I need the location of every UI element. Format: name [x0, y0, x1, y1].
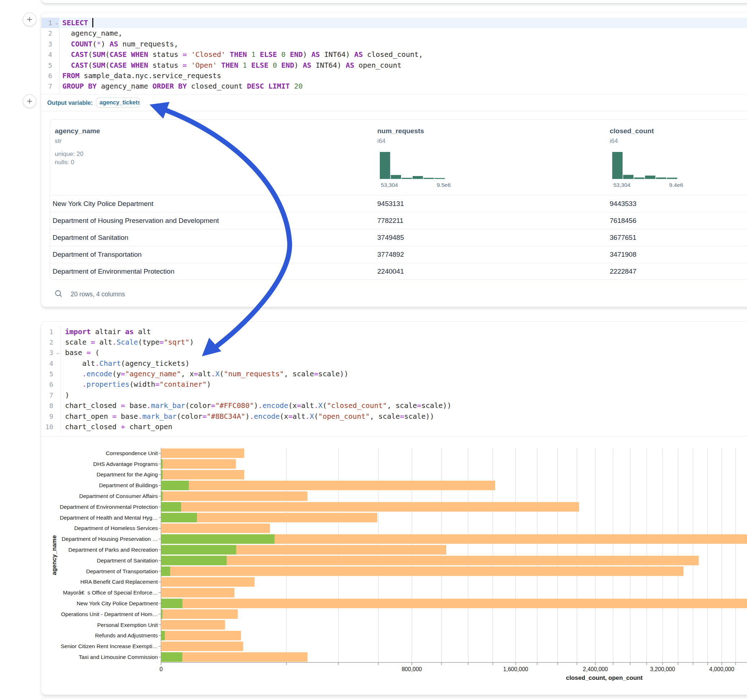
code-line[interactable]: 5 .encode(y="agency_name", x=alt.X("num_…: [41, 369, 747, 379]
plus-icon: [26, 16, 33, 23]
code-line[interactable]: 1import altair as alt: [41, 327, 747, 337]
sql-editor[interactable]: 1⌄SELECT 2 agency_name,3 COUNT(*) AS num…: [41, 18, 747, 93]
result-table: agency_namestrunique: 20nulls: 0num_requ…: [50, 119, 747, 280]
y-axis-label: Department of Consumer Affairs: [79, 493, 158, 499]
bar-open_count: [161, 609, 163, 619]
python-editor[interactable]: 1import altair as alt2scale = alt.Scale(…: [41, 327, 747, 433]
line-number: 9: [41, 411, 53, 422]
output-variable-row: Output variable: agency_tickets: [41, 94, 747, 111]
table-row[interactable]: New York City Police Department945313194…: [50, 195, 747, 212]
bar-closed_count: [161, 588, 234, 597]
code-line[interactable]: 8chart_closed = base.mark_bar(color="#FF…: [41, 400, 747, 411]
y-axis-label: Department of Environmental Protection: [60, 504, 158, 510]
bar-open_count: [161, 470, 163, 479]
table-cell: 2222847: [610, 263, 637, 280]
x-axis-label: 2,400,000: [583, 666, 608, 672]
table-cell: Department of Sanitation: [53, 229, 128, 246]
code-line[interactable]: 3⌄base = (: [41, 347, 747, 358]
y-axis-label: HRA Benefit Card Replacement: [80, 579, 158, 585]
bar-closed_count: [161, 556, 699, 565]
line-number: 4: [41, 49, 52, 60]
code-line[interactable]: 9chart_open = base.mark_bar(color="#8BC3…: [41, 411, 747, 422]
y-axis-label: Operations Unit - Department of Hom…: [61, 611, 158, 617]
code-line[interactable]: 2 agency_name,: [41, 28, 747, 39]
column-header-name[interactable]: agency_name: [55, 127, 100, 135]
x-axis-label: 3,200,000: [650, 666, 675, 672]
bar-open_count: [161, 459, 163, 468]
sql-cell-card: 1⌄SELECT 2 agency_name,3 COUNT(*) AS num…: [41, 12, 747, 307]
bar-open_count: [161, 481, 189, 490]
bar-open_count: [161, 545, 236, 555]
y-axis-label: Correspondence Unit: [106, 450, 158, 456]
add-cell-button-top[interactable]: [23, 13, 36, 26]
table-row[interactable]: Department of Housing Preservation and D…: [50, 212, 747, 229]
add-cell-button-middle[interactable]: [23, 94, 36, 108]
code-line[interactable]: 5 CAST(SUM(CASE WHEN status = 'Open' THE…: [41, 60, 747, 71]
bar-open_count: [161, 566, 170, 576]
code-text: .properties(width="container"): [65, 379, 211, 389]
table-row[interactable]: Department of Sanitation37494853677651: [50, 229, 747, 246]
y-axis-label: Department of Sanitation: [97, 557, 158, 564]
y-axis-label: New York City Police Department: [77, 600, 158, 606]
search-icon[interactable]: [54, 289, 64, 300]
code-text: CAST(SUM(CASE WHEN status = 'Open' THEN …: [62, 60, 401, 71]
y-axis-label: Department of Transportation: [86, 568, 158, 574]
code-text: chart_open = base.mark_bar(color="#8BC34…: [65, 411, 434, 422]
y-axis-label: Mayorâ€ s Office of Special Enforce…: [63, 590, 158, 596]
code-line[interactable]: 4 alt.Chart(agency_tickets): [41, 358, 747, 369]
table-cell: 7618456: [610, 213, 637, 229]
bar-closed_count: [161, 652, 307, 662]
bar-open_count: [161, 502, 181, 511]
column-header-type: str: [55, 137, 62, 145]
histogram-min-label: 53,304: [613, 182, 630, 188]
altair-bar-chart: Correspondence UnitDHS Advantage Program…: [41, 436, 747, 695]
table-cell: 9453131: [377, 196, 404, 212]
bar-closed_count: [161, 523, 270, 533]
code-line[interactable]: 4 CAST(SUM(CASE WHEN status = 'Closed' T…: [41, 49, 747, 60]
x-axis-label: 800,000: [402, 666, 422, 672]
next-cell-card: [41, 697, 747, 700]
code-line[interactable]: 7): [41, 390, 747, 400]
code-line[interactable]: 1⌄SELECT: [41, 18, 747, 28]
table-row[interactable]: Department of Environmental Protection22…: [50, 263, 747, 280]
output-variable-chip[interactable]: agency_tickets: [96, 98, 140, 108]
table-cell: 3774892: [377, 246, 404, 263]
text-cursor: [92, 18, 93, 27]
x-axis-label: 4,000,000: [709, 666, 734, 672]
y-axis-title: agency_name: [51, 535, 57, 575]
code-text: import altair as alt: [65, 327, 151, 337]
table-cell: 3677651: [610, 229, 637, 246]
code-text: .encode(y="agency_name", x=alt.X("num_re…: [65, 369, 348, 379]
table-row[interactable]: Department of Transportation377489234719…: [50, 246, 747, 263]
line-number: 6: [41, 71, 52, 81]
code-line[interactable]: 7GROUP BY agency_name ORDER BY closed_co…: [41, 81, 747, 92]
code-line[interactable]: 10chart_closed + chart_open: [41, 422, 747, 432]
code-line[interactable]: 6 .properties(width="container"): [41, 379, 747, 389]
x-axis-label: 1,600,000: [503, 666, 528, 672]
code-text: alt.Chart(agency_tickets): [65, 358, 189, 369]
x-axis-label: 0: [160, 666, 163, 672]
column-header-type: i64: [377, 137, 386, 145]
code-line[interactable]: 2scale = alt.Scale(type="sqrt"): [41, 337, 747, 347]
code-text: scale = alt.Scale(type="sqrt"): [65, 337, 194, 347]
table-cell: New York City Police Department: [53, 196, 154, 212]
fold-chevron-icon[interactable]: ⌄: [54, 18, 59, 28]
column-header-name[interactable]: num_requests: [377, 127, 424, 135]
bar-closed_count: [161, 470, 244, 479]
line-number: 2: [41, 337, 53, 347]
bar-open_count: [161, 631, 165, 640]
line-number: 5: [41, 60, 52, 71]
code-text: COUNT(*) AS num_requests,: [62, 39, 178, 49]
y-axis-label: Department of Parks and Recreation: [68, 547, 158, 553]
fold-chevron-icon[interactable]: ⌄: [56, 347, 60, 358]
code-line[interactable]: 6FROM sample_data.nyc.service_requests: [41, 71, 747, 81]
bar-open_count: [161, 513, 197, 522]
y-axis-label: Taxi and Limousine Commission: [79, 654, 158, 660]
active-line-highlight: [41, 18, 747, 28]
column-header-name[interactable]: closed_count: [610, 127, 654, 135]
column-histogram: [612, 152, 678, 179]
code-line[interactable]: 3 COUNT(*) AS num_requests,: [41, 39, 747, 49]
line-number: 4: [41, 358, 53, 369]
bar-closed_count: [161, 620, 225, 629]
bar-closed_count: [161, 599, 747, 608]
